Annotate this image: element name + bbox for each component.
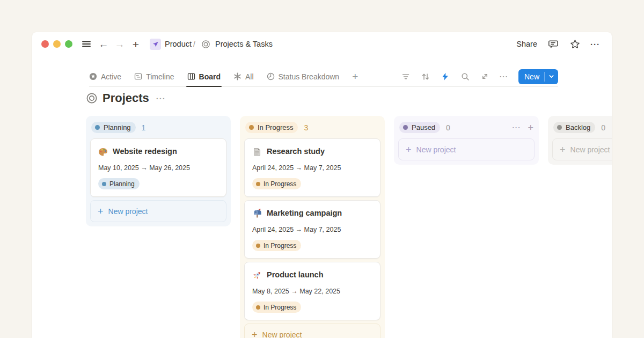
new-project-button[interactable]: + New project [90,200,226,222]
star-circle-icon [89,72,97,80]
window-controls [41,40,72,48]
project-card[interactable]: Website redesign May 10, 2025 → May 26, … [90,138,226,197]
status-dot [102,182,106,186]
automation-lightning-icon[interactable] [440,71,451,82]
new-page-plus-icon[interactable]: + [129,38,142,50]
comments-icon[interactable] [546,38,559,50]
group-count: 0 [446,123,450,132]
column-in-progress: In Progress 3 Research study April 24, 2… [240,116,385,338]
status-label: In Progress [264,242,296,249]
group-name: Planning [104,123,131,131]
new-project-label: New project [416,145,456,154]
new-button[interactable]: New [518,69,558,84]
card-dates: May 8, 2025 → May 22, 2025 [252,287,372,296]
tab-label: Status Breakdown [279,72,340,81]
project-card[interactable]: Product launch May 8, 2025 → May 22, 202… [244,262,380,320]
view-more-options-icon[interactable]: ··· [500,72,508,80]
titlebar-actions: Share ··· [516,38,600,50]
project-card[interactable]: Research study April 24, 2025 → May 7, 2… [244,138,380,197]
chevron-down-icon[interactable] [545,74,558,79]
search-icon[interactable] [460,71,471,82]
favorite-star-icon[interactable] [568,38,581,50]
tab-timeline[interactable]: Timeline [134,67,174,86]
group-name: Backlog [566,123,590,131]
add-view-button[interactable]: + [352,67,358,86]
status-label: Planning [109,180,135,188]
tab-label: Active [101,72,121,81]
workspace-app-icon[interactable] [150,39,161,50]
group-count: 1 [142,123,146,132]
page-title-menu-icon[interactable]: ··· [156,94,166,103]
board: Planning 1 Website redesign May 10, 2025… [86,116,612,338]
palette-icon [98,147,108,157]
plus-icon: + [252,330,258,338]
group-name: In Progress [258,123,293,131]
column-add-icon[interactable]: + [528,123,533,133]
column-planning: Planning 1 Website redesign May 10, 2025… [86,116,231,226]
breadcrumb-workspace[interactable]: Product [165,40,192,48]
status-dot [557,125,562,130]
view-actions: ··· New [400,69,558,84]
more-options-icon[interactable]: ··· [590,40,600,49]
window-titlebar: ← → + Product / Projects & Tasks Share ·… [32,32,612,56]
new-project-button[interactable]: + New project [244,324,380,338]
card-dates: April 24, 2025 → May 7, 2025 [252,164,372,173]
status-dot [256,182,260,186]
tab-board[interactable]: Board [187,67,221,86]
column-more-icon[interactable]: ··· [512,123,521,131]
group-pill[interactable]: Backlog [553,122,595,133]
board-icon [187,72,195,80]
breadcrumb-page[interactable]: Projects & Tasks [215,40,273,48]
tab-label: Timeline [146,72,174,81]
project-card[interactable]: Marketing campaign April 24, 2025 → May … [244,200,380,259]
column-actions: ··· + [512,123,533,133]
tab-status-breakdown[interactable]: Status Breakdown [267,67,340,86]
back-arrow-icon[interactable]: ← [97,38,110,50]
close-window-button[interactable] [41,40,49,48]
timeline-icon [134,72,142,80]
status-dot [95,125,100,130]
group-pill[interactable]: Planning [91,122,136,133]
sort-icon[interactable] [420,71,431,82]
filter-icon[interactable] [400,71,411,82]
group-count: 0 [601,123,605,132]
breadcrumb-separator: / [193,40,195,48]
page-title-row: Projects ··· [86,91,166,105]
group-pill[interactable]: Paused [399,122,440,133]
screenshot-root: { "chrome": { "breadcrumb": { "app": "Pr… [0,0,644,338]
expand-diagonal-icon[interactable] [480,71,491,82]
group-name: Paused [412,123,435,131]
sidebar-menu-icon[interactable] [80,38,93,50]
new-project-button[interactable]: + New project [398,138,535,160]
status-dot [256,244,260,248]
group-pill[interactable]: In Progress [245,122,298,133]
status-dot [249,125,254,130]
tab-label: All [245,72,254,81]
card-title: Website redesign [113,146,177,157]
column-header: In Progress 3 [245,122,379,133]
target-icon [86,92,98,104]
card-status-badge: In Progress [252,302,301,313]
status-label: In Progress [264,180,296,188]
tab-active[interactable]: Active [89,67,121,86]
new-project-button[interactable]: + New project [552,138,612,160]
page-title[interactable]: Projects [103,91,149,105]
forward-arrow-icon[interactable]: → [113,38,126,50]
card-title: Research study [267,146,325,157]
mailbox-icon [252,209,262,218]
new-button-label: New [518,72,544,81]
rocket-icon [252,270,262,280]
minimize-window-button[interactable] [53,40,61,48]
status-dot [403,125,408,130]
new-project-label: New project [570,145,610,154]
card-status-badge: In Progress [252,178,301,189]
card-status-badge: In Progress [252,240,301,251]
app-window: ← → + Product / Projects & Tasks Share ·… [32,32,612,338]
card-title: Product launch [267,269,324,281]
share-button[interactable]: Share [516,40,537,48]
zoom-window-button[interactable] [65,40,72,48]
new-project-label: New project [108,207,148,216]
tab-all[interactable]: All [233,67,254,86]
card-dates: May 10, 2025 → May 26, 2025 [98,164,218,173]
status-dot [256,305,260,310]
